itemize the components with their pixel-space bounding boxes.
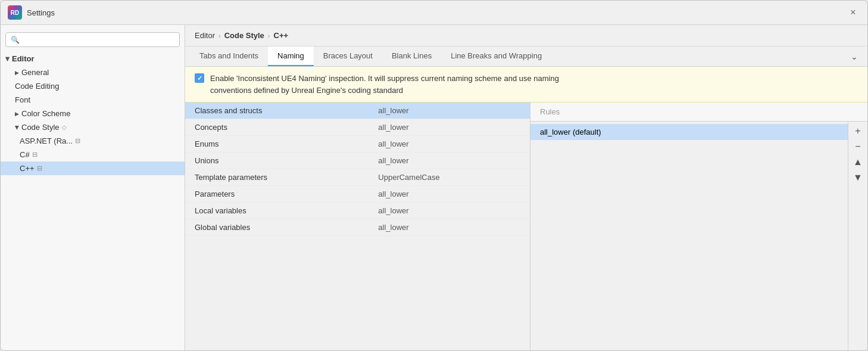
tab-tabs-indents[interactable]: Tabs and Indents xyxy=(190,46,268,66)
sidebar-item-label: General xyxy=(21,68,49,77)
table-row[interactable]: Template parametersUpperCamelCase xyxy=(185,169,530,186)
naming-cell: Parameters xyxy=(185,186,369,203)
sidebar-item-label: C++ xyxy=(20,164,35,173)
rules-title: Rules xyxy=(540,107,560,116)
notice-line1: Enable 'Inconsistent UE4 Naming' inspect… xyxy=(210,74,559,83)
rules-toolbar: + − ▲ ▼ xyxy=(848,122,867,350)
naming-cell: Concepts xyxy=(185,119,369,136)
sidebar-item-color-scheme[interactable]: ▶ Color Scheme xyxy=(1,107,185,120)
naming-cell: Enums xyxy=(185,136,369,153)
titlebar: RD Settings × xyxy=(1,1,867,25)
move-down-button[interactable]: ▼ xyxy=(851,170,865,185)
stack-icon: ⊟ xyxy=(37,164,42,172)
main-content: 🔍 ▶ Editor ▶ General Code Editing Font xyxy=(1,25,867,350)
table-row[interactable]: Unionsall_lower xyxy=(185,153,530,169)
search-input[interactable] xyxy=(22,35,174,44)
table-row[interactable]: Enumsall_lower xyxy=(185,136,530,153)
notice-banner: Enable 'Inconsistent UE4 Naming' inspect… xyxy=(185,67,867,102)
stack-icon: ⊟ xyxy=(32,151,38,159)
content-area: Editor › Code Style › C++ Tabs and Inden… xyxy=(185,25,867,350)
table-row[interactable]: Parametersall_lower xyxy=(185,186,530,203)
style-cell: all_lower xyxy=(369,203,530,219)
rules-list: all_lower (default) xyxy=(530,122,848,350)
remove-rule-button[interactable]: − xyxy=(851,139,865,154)
breadcrumb-codestyle: Code Style xyxy=(224,31,264,40)
triangle-icon: ▶ xyxy=(14,125,20,129)
sidebar-item-label: Editor xyxy=(12,54,35,63)
style-cell: all_lower xyxy=(369,102,530,119)
style-cell: all_lower xyxy=(369,153,530,169)
naming-cell: Template parameters xyxy=(185,169,369,186)
style-cell: all_lower xyxy=(369,219,530,236)
tab-line-breaks[interactable]: Line Breaks and Wrapping xyxy=(441,46,551,66)
naming-cell: Unions xyxy=(185,153,369,169)
stack-icon: ⊟ xyxy=(75,137,80,145)
breadcrumb-cpp: C++ xyxy=(274,31,289,40)
sidebar-item-code-editing[interactable]: Code Editing xyxy=(1,79,185,93)
table-row[interactable]: Classes and structsall_lower xyxy=(185,102,530,119)
diamond-icon: ◇ xyxy=(62,124,67,131)
ue4-naming-checkbox[interactable] xyxy=(195,73,204,83)
rules-and-toolbar: all_lower (default) + − ▲ ▼ xyxy=(530,122,867,350)
triangle-icon: ▶ xyxy=(15,111,19,117)
style-cell: all_lower xyxy=(369,136,530,153)
sidebar-item-label: Code Editing xyxy=(15,82,59,91)
sidebar-item-editor[interactable]: ▶ Editor xyxy=(1,52,185,66)
sidebar-item-aspnet[interactable]: ASP.NET (Ra... ⊟ xyxy=(1,134,185,148)
tabs-bar: Tabs and Indents Naming Braces Layout Bl… xyxy=(185,46,867,67)
sidebar-item-label: Font xyxy=(15,95,30,104)
panel-content: Enable 'Inconsistent UE4 Naming' inspect… xyxy=(185,67,867,350)
close-button[interactable]: × xyxy=(846,5,860,20)
sidebar-item-csharp[interactable]: C# ⊟ xyxy=(1,148,185,161)
breadcrumb: Editor › Code Style › C++ xyxy=(185,25,867,46)
sidebar-item-general[interactable]: ▶ General xyxy=(1,66,185,79)
add-rule-button[interactable]: + xyxy=(851,124,865,138)
tab-naming[interactable]: Naming xyxy=(268,46,314,66)
naming-table: Classes and structsall_lowerConceptsall_… xyxy=(185,102,530,350)
sidebar-item-font[interactable]: Font xyxy=(1,93,185,107)
breadcrumb-sep2: › xyxy=(268,32,270,39)
tab-blank-lines[interactable]: Blank Lines xyxy=(382,46,441,66)
move-up-button[interactable]: ▲ xyxy=(851,155,865,169)
table-row[interactable]: Conceptsall_lower xyxy=(185,119,530,136)
breadcrumb-editor: Editor xyxy=(195,31,215,40)
sidebar-item-label: ASP.NET (Ra... xyxy=(20,136,73,145)
sidebar-item-label: C# xyxy=(20,150,30,159)
window-title: Settings xyxy=(27,8,55,17)
rules-panel: Rules all_lower (default) + − ▲ ▼ xyxy=(530,102,867,350)
naming-cell: Global variables xyxy=(185,219,369,236)
style-cell: all_lower xyxy=(369,119,530,136)
notice-line2: conventions defined by Unreal Engine's c… xyxy=(210,86,403,95)
settings-window: RD Settings × 🔍 ▶ Editor ▶ General xyxy=(0,0,868,351)
sidebar-item-code-style[interactable]: ▶ Code Style ◇ xyxy=(1,120,185,134)
naming-cell: Local variables xyxy=(185,203,369,219)
search-icon: 🔍 xyxy=(11,36,20,44)
list-item[interactable]: all_lower (default) xyxy=(530,124,848,140)
app-icon: RD xyxy=(8,5,22,20)
naming-cell: Classes and structs xyxy=(185,102,369,119)
search-box[interactable]: 🔍 xyxy=(5,32,180,47)
table-row[interactable]: Local variablesall_lower xyxy=(185,203,530,219)
triangle-icon: ▶ xyxy=(15,70,19,76)
lower-panel: Classes and structsall_lowerConceptsall_… xyxy=(185,102,867,350)
sidebar: 🔍 ▶ Editor ▶ General Code Editing Font xyxy=(1,25,185,350)
titlebar-left: RD Settings xyxy=(8,5,55,20)
breadcrumb-sep1: › xyxy=(218,32,221,39)
tab-braces-layout[interactable]: Braces Layout xyxy=(314,46,382,66)
style-cell: all_lower xyxy=(369,186,530,203)
rules-header: Rules xyxy=(530,102,867,122)
sidebar-item-cpp[interactable]: C++ ⊟ xyxy=(1,161,185,175)
sidebar-item-label: Color Scheme xyxy=(21,109,70,118)
sidebar-item-label: Code Style xyxy=(21,123,60,132)
triangle-icon: ▶ xyxy=(5,57,11,61)
style-cell: UpperCamelCase xyxy=(369,169,530,186)
tabs-overflow-btn[interactable]: ⌄ xyxy=(846,48,863,65)
table-row[interactable]: Global variablesall_lower xyxy=(185,219,530,236)
notice-text: Enable 'Inconsistent UE4 Naming' inspect… xyxy=(210,73,559,96)
